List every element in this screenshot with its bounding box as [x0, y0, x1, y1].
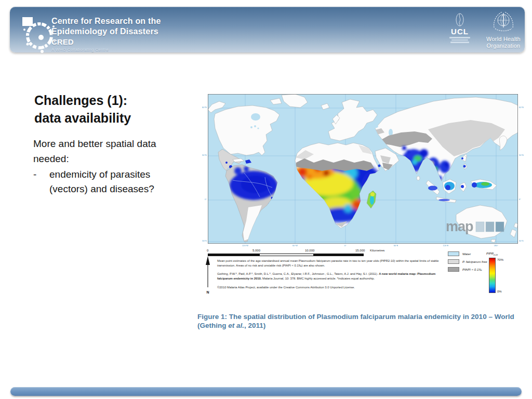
world-map: map [208, 94, 518, 244]
bullet-text: endemicity of parasites (vectors) and di… [49, 167, 174, 196]
ramp-max: 70% [497, 258, 503, 261]
ucl-smalltext-bar [449, 37, 470, 38]
ucl-logo: UCL [444, 11, 475, 51]
ucl-smalltext-bar [450, 42, 469, 43]
org-subtitle: A WHO Collaborating Centre [51, 47, 161, 52]
ucl-emblem-icon [454, 12, 466, 28]
lat-label: 30°S [199, 240, 207, 242]
org-name-line1: Centre for Research on the [51, 16, 161, 26]
note-methods: Mean point estimates of the age-standard… [217, 259, 442, 268]
scale-tick: 5,000 [252, 249, 260, 252]
pfapi-swatch [448, 267, 459, 272]
who-label-line1: World Health [476, 36, 530, 43]
scale-tick: 0 [207, 249, 208, 252]
scale-tick: 10,000 [305, 249, 314, 252]
note-license: ©2010 Malaria Atlas Project, available u… [217, 285, 442, 290]
lat-label: 30°N [519, 154, 527, 156]
north-label: N [204, 290, 211, 295]
ucl-smalltext-bar [451, 39, 468, 41]
lon-label: 60°W [289, 245, 301, 247]
scale-bar-segment [313, 254, 363, 256]
figure-caption-line1: Figure 1: The spatial distribution of Pl… [197, 312, 521, 321]
lat-label: 60°N [519, 107, 527, 109]
footer-bar [10, 387, 522, 396]
lon-label: 60°E [390, 245, 402, 247]
org-acronym: CRED [51, 37, 161, 47]
who-logo: World Health Organization [476, 10, 530, 54]
pf-free-label: P. falciparum free [462, 260, 487, 263]
caption-post: , 2011) [244, 322, 265, 329]
north-arrow: N [204, 256, 211, 296]
lon-label: 180° [490, 245, 502, 247]
page-title-line2: data availability [34, 109, 206, 127]
north-arrow-icon [205, 256, 210, 288]
lat-label: 0° [519, 198, 527, 201]
ramp-label-sub: 2-10 [494, 254, 498, 256]
bullet-item: - endemicity of parasites (vectors) and … [33, 167, 184, 196]
bullet-dash: - [33, 167, 49, 196]
note-citation: Gething, P.W.*, Patil, A.P.*, Smith, D.L… [217, 272, 442, 281]
water-label: Water [462, 252, 471, 256]
citation-authors: Gething, P.W.*, Patil, A.P.*, Smith, D.L… [217, 272, 379, 275]
org-name-line2: Epidemiology of Disasters [51, 26, 161, 37]
scale-bar [208, 254, 364, 256]
scale-unit: Kilometres [370, 249, 384, 252]
scale-tick: 15,000 [355, 249, 365, 252]
lon-label: 0° [340, 245, 351, 247]
figure-caption-line2: (Gething et al., 2011) [197, 321, 521, 330]
svg-text:map: map [446, 219, 473, 234]
page-title-line1: Challenges (1): [34, 91, 206, 109]
citation-journal: Malaria Journal, 10: 378. BMC highly acc… [261, 277, 375, 280]
ramp-label: PfPR2-10 [486, 252, 498, 256]
legend: Water P. falciparum free PfAPI < 0.1‰ [448, 251, 487, 274]
intro-text: More and better spatial data needed: [33, 136, 178, 166]
legend-row-water: Water [448, 251, 487, 256]
lat-label: 60°N [199, 107, 207, 109]
org-name: Centre for Research on the Epidemiology … [51, 16, 161, 52]
map-notes: Mean point estimates of the age-standard… [217, 259, 442, 294]
water-swatch [448, 251, 459, 256]
ucl-label: UCL [444, 28, 475, 36]
who-label-line2: Organization [476, 43, 530, 49]
pfapi-label: PfAPI < 0.1‰ [462, 268, 482, 271]
figure: map 60°N 30°N 0° 30°S 60°N 30°N 0° 30°S … [208, 94, 518, 307]
scale-bar-segment [260, 254, 313, 256]
lon-label: 120°E [440, 245, 451, 247]
who-emblem-icon [491, 10, 515, 34]
page-title: Challenges (1): data availability [34, 91, 206, 127]
slide: Centre for Research on the Epidemiology … [0, 0, 532, 399]
lat-label: 30°S [519, 240, 527, 242]
caption-pre: (Gething [197, 322, 228, 329]
scale-bar-segment [208, 254, 260, 256]
header-banner: Centre for Research on the Epidemiology … [10, 7, 525, 52]
figure-caption: Figure 1: The spatial distribution of Pl… [197, 312, 521, 330]
lon-label: 120°W [240, 245, 251, 247]
lat-label: 30°N [199, 154, 207, 156]
color-ramp [489, 258, 496, 293]
legend-row-api: PfAPI < 0.1‰ [448, 267, 487, 272]
ramp-min: 0% [497, 290, 502, 293]
ramp-label-main: PfPR [486, 252, 494, 255]
pf-free-swatch [448, 259, 459, 264]
lat-label: 0° [199, 198, 207, 201]
caption-etal: et al. [228, 322, 244, 329]
legend-row-free: P. falciparum free [448, 259, 487, 264]
